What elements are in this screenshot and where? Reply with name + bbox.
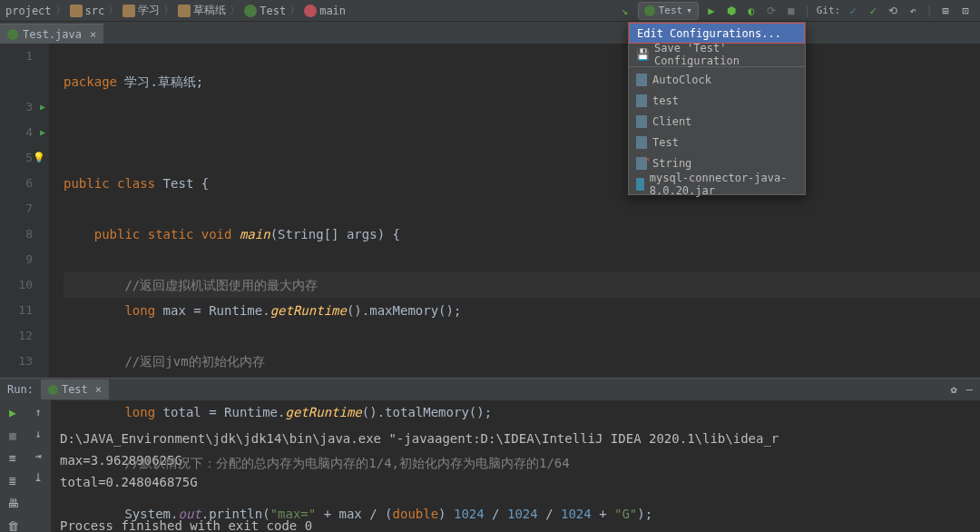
dd-item-jar[interactable]: mysql-connector-java-8.0.20.jar	[629, 173, 805, 194]
tab-test-java[interactable]: Test.java ×	[0, 24, 103, 44]
code-area[interactable]: package 学习.草稿纸; public class Test { publ…	[49, 44, 980, 378]
app-icon	[644, 5, 655, 16]
bc-class[interactable]: Test	[244, 5, 286, 17]
app-icon	[48, 385, 58, 395]
intention-bulb-icon[interactable]: 💡	[33, 145, 45, 171]
comment: //返回虚拟机试图使用的最大内存	[124, 278, 318, 292]
line-number: 5💡	[0, 145, 33, 171]
bc-pkg2[interactable]: 草稿纸	[178, 3, 226, 18]
class-ref: Runtime	[224, 405, 278, 419]
folder-icon	[122, 5, 135, 17]
git-history-icon[interactable]: ⟲	[886, 4, 900, 18]
bc-src[interactable]: src	[70, 5, 105, 17]
line-number: 4▶	[0, 120, 33, 145]
current-line: //返回虚拟机试图使用的最大内存	[64, 272, 980, 298]
keyword: public	[94, 227, 141, 241]
var: max	[339, 507, 362, 521]
app-icon	[636, 74, 647, 86]
coverage-icon[interactable]: ◐	[744, 4, 759, 18]
layout-icon[interactable]: ≡	[9, 451, 16, 465]
app-icon: ✕	[636, 157, 647, 170]
git-commit-icon[interactable]: ✓	[866, 4, 880, 18]
run-side-left: ▶ ■ ≡ ≣ 🖶 🗑	[0, 400, 25, 532]
dd-item-string[interactable]: ✕String	[629, 153, 805, 173]
debug-icon[interactable]: ⬢	[724, 4, 739, 18]
class-name: Test	[163, 176, 194, 191]
keyword: double	[393, 507, 439, 521]
editor[interactable]: 1 3▶ 4▶ 5💡 6 7 8 9 10 11 12 13 package 学…	[0, 44, 980, 378]
bc-method[interactable]: main	[304, 5, 346, 17]
bc-pkg1[interactable]: 学习	[122, 3, 160, 18]
run-tab[interactable]: Test ×	[41, 379, 109, 399]
method-call: totalMemory	[385, 405, 469, 419]
rerun-icon[interactable]: ▶	[9, 406, 16, 419]
ide-settings-icon[interactable]: ⊡	[958, 4, 973, 18]
settings-icon[interactable]: ✿	[951, 383, 957, 396]
dd-save-config[interactable]: 💾Save 'Test' Configuration	[629, 44, 805, 64]
toolbar-top: project〉 src〉 学习〉 草稿纸〉 Test〉 main ↘ Test…	[0, 0, 980, 22]
number: 1024	[561, 507, 592, 521]
method-name: main	[240, 227, 270, 241]
folder-icon	[70, 5, 83, 17]
var: total	[163, 405, 201, 419]
line-number: 1	[0, 44, 33, 69]
run-side-right: ↑ ↓ ⇥ ⤓	[25, 400, 51, 532]
line-number: 12	[0, 323, 33, 349]
minimize-icon[interactable]: —	[966, 383, 973, 396]
print-icon[interactable]: 🖶	[7, 497, 19, 510]
line-number	[0, 69, 33, 94]
run-gutter-icon[interactable]: ▶	[40, 94, 45, 120]
git-revert-icon[interactable]: ↶	[906, 4, 920, 18]
line-number: 11	[0, 298, 33, 323]
comment: //返回jvm的初始化内存	[124, 354, 264, 369]
stop-icon[interactable]: ■	[784, 4, 799, 18]
code-text: (String[] args) {	[270, 227, 400, 241]
line-number: 8	[0, 222, 33, 247]
keyword: class	[117, 176, 155, 191]
run-config-dropdown: Edit Configurations... 💾Save 'Test' Conf…	[628, 22, 806, 195]
dd-item-test-lc[interactable]: test	[629, 90, 805, 111]
stop-icon[interactable]: ■	[9, 429, 16, 442]
jar-icon	[636, 178, 644, 191]
string: "G"	[614, 507, 637, 521]
error-badge-icon: ✕	[645, 155, 650, 163]
run-label: Run:	[7, 383, 34, 396]
run-config-selector[interactable]: Test ▾	[638, 2, 699, 20]
dd-item-autoclock[interactable]: AutoClock	[629, 69, 805, 90]
keyword: static	[148, 227, 194, 241]
scroll-end-icon[interactable]: ⤓	[34, 471, 43, 484]
folder-icon	[178, 5, 191, 17]
app-icon	[636, 136, 647, 149]
up-icon[interactable]: ↑	[34, 406, 41, 419]
git-update-icon[interactable]: ✓	[846, 4, 860, 18]
comment: //默认情况下：分配的总内存为电脑内存的1/4,初始化内存为电脑内存的1/64	[124, 456, 569, 470]
pin-icon[interactable]: ≣	[9, 474, 16, 488]
method-call: println	[209, 507, 262, 521]
dd-item-test[interactable]: Test	[629, 132, 805, 153]
run-panel-header: Run: Test × ✿ —	[0, 379, 980, 400]
trash-icon[interactable]: 🗑	[7, 519, 19, 532]
git-label: Git:	[817, 5, 841, 16]
method-call: maxMemory	[369, 303, 438, 318]
method-call: getRuntime	[270, 303, 347, 318]
bc-project[interactable]: project	[5, 5, 52, 17]
number: 1024	[507, 507, 538, 521]
breadcrumb[interactable]: project〉 src〉 学习〉 草稿纸〉 Test〉 main	[0, 3, 346, 18]
dd-item-client[interactable]: Client	[629, 111, 805, 132]
run-icon[interactable]: ▶	[704, 4, 719, 18]
field: out	[178, 507, 201, 521]
hammer-icon[interactable]: ↘	[618, 4, 632, 18]
line-number: 6	[0, 171, 33, 196]
string: "max="	[270, 507, 317, 521]
close-tab-icon[interactable]: ×	[95, 383, 102, 396]
search-icon[interactable]: ⊞	[938, 4, 953, 18]
run-gutter-icon[interactable]: ▶	[40, 120, 45, 145]
line-number: 9	[0, 247, 33, 272]
line-number: 3▶	[0, 94, 33, 120]
wrap-icon[interactable]: ⇥	[34, 449, 41, 462]
keyword: package	[64, 74, 117, 89]
var: max	[163, 303, 186, 318]
close-tab-icon[interactable]: ×	[90, 28, 96, 41]
down-icon[interactable]: ↓	[34, 428, 41, 440]
profile-icon[interactable]: ⟳	[764, 4, 779, 18]
